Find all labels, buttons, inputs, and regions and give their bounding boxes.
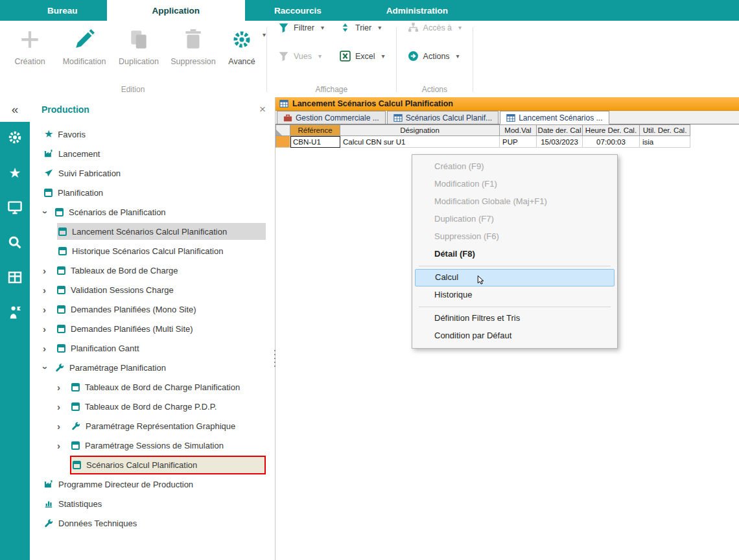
avance-button[interactable]: Avancé ▾ [220,22,263,66]
sidebar-item-demandes-planifiees-multi-site[interactable]: › Demandes Planifiées (Multi Site) [30,319,275,338]
sidebar-item-parametrage-planification[interactable]: › Paramétrage Planification [30,358,275,377]
select-all-corner[interactable] [276,124,290,136]
menu-tab-application[interactable]: Application [107,0,246,21]
sidebar-item-validation-sessions-charge[interactable]: › Validation Sessions Charge [30,280,275,299]
suppression-button: Suppression [166,22,220,66]
menu-item-detail[interactable]: Détail (F8) [415,246,615,263]
sidebar-item-planification[interactable]: Planification [30,183,275,202]
calendar-check-icon [71,402,80,411]
sidebar-item-lancement-scenarios-calcul-planification[interactable]: Lancement Scénarios Calcul Planification [30,222,275,241]
sidebar-item-parametrage-sessions-de-simulation[interactable]: › Paramétrage Sessions de Simulation [30,436,275,455]
table-row[interactable]: CBN-U1 Calcul CBN sur U1 PUP 15/03/2023 … [276,136,739,148]
column-header-reference[interactable]: Référence [290,124,340,136]
menu-tab-raccourcis[interactable]: Raccourcis [245,0,351,21]
corner-triangle-icon [276,130,282,135]
top-menubar: Bureau Application Raccourcis Administra… [0,0,739,21]
chevron-down-icon: ▾ [378,24,381,31]
duplication-button: Duplication [111,22,166,66]
cell-util[interactable]: isia [640,136,690,148]
sidebar-item-tableaux-de-bord-de-charge[interactable]: › Tableaux de Bord de Charge [30,261,275,280]
chevron-right-icon[interactable]: › [43,343,56,354]
menu-item-definition-filtres-et-tris[interactable]: Définition Filtres et Tris [415,310,615,327]
tab-scenarios-calcul-planif[interactable]: Scénarios Calcul Planif... [387,111,499,124]
chevron-right-icon[interactable]: › [43,265,56,276]
chevron-right-icon[interactable]: › [57,382,70,393]
sidebar-item-scenarios-de-planification[interactable]: › Scénarios de Planification [30,202,275,222]
wrench-icon [55,363,64,372]
group-label-affichage: Affichage [270,85,393,97]
ribbon-separator [396,27,397,92]
tracking-icon [44,169,53,178]
sort-arrows-icon [340,22,351,33]
column-header-date[interactable]: Date der. Cal [537,124,583,136]
trash-icon [182,29,204,51]
desktop-rail-button[interactable] [7,200,23,215]
calendar-check-icon [44,189,53,197]
ribbon-group-affichage: Filtrer ▾ Trier ▾ Vues ▾ Excel ▾ Afficha… [270,22,393,97]
tab-gestion-commerciale[interactable]: Gestion Commerciale ... [277,111,386,124]
chevron-down-icon: ▾ [382,52,385,60]
cell-heure[interactable]: 07:00:03 [583,136,640,148]
sidebar-item-historique-scenarios-calcul-planification[interactable]: Historique Scénarios Calcul Planificatio… [30,241,275,261]
settings-rail-button[interactable] [7,130,23,145]
tab-lancement-scenarios[interactable]: Lancement Scénarios ... [500,111,609,124]
cell-reference[interactable]: CBN-U1 [290,136,340,148]
menu-item-modification: Modification (F1) [415,176,615,193]
trier-button[interactable]: Trier ▾ [332,22,393,33]
column-header-heure[interactable]: Heure Der. Cal. [583,124,640,136]
sidebar-item-lancement[interactable]: Lancement [30,144,275,163]
factory-icon [44,149,53,158]
chevron-right-icon[interactable]: › [57,401,70,412]
wrench-icon [44,519,53,528]
search-rail-button[interactable] [7,235,23,250]
sidebar-item-planification-gantt[interactable]: › Planification Gantt [30,338,275,358]
chevron-down-icon[interactable]: › [40,363,51,372]
row-selector[interactable] [276,136,290,148]
window-table-icon [279,99,288,108]
tables-rail-button[interactable] [7,270,23,285]
chevron-right-icon[interactable]: › [43,304,56,315]
sidebar-item-tableaux-de-bord-de-charge-pdp[interactable]: › Tableaux de Bord de Charge P.D.P. [30,397,275,416]
sidebar-item-suivi-fabrication[interactable]: Suivi Fabrication [30,163,275,183]
sidebar-item-parametrage-representation-graphique[interactable]: › Paramétrage Représentation Graphique [30,416,275,436]
menu-tab-bureau[interactable]: Bureau [18,0,107,21]
sidebar-item-statistiques[interactable]: Statistiques [30,494,275,513]
menu-item-condition-par-defaut[interactable]: Condition par Défaut [415,327,615,345]
actions-button[interactable]: Actions ▾ [400,51,470,62]
calendar-icon [58,247,67,255]
menu-separator [419,266,611,266]
monitor-icon [7,200,23,215]
chevron-right-icon[interactable]: › [57,421,70,432]
modification-button[interactable]: Modification [57,22,111,66]
cell-designation[interactable]: Calcul CBN sur U1 [340,136,500,148]
sidebar-item-scenarios-calcul-planification[interactable]: Scénarios Calcul Planification [30,455,275,474]
sidebar-item-demandes-planifiees-mono-site[interactable]: › Demandes Planifiées (Mono Site) [30,299,275,319]
chevron-down-icon[interactable]: › [40,207,51,216]
collapse-sidebar-button[interactable]: « [0,97,30,122]
grid-header-row: Référence Désignation Mod.Val Date der. … [276,124,739,136]
sidebar-item-tableaux-de-bord-de-charge-planification[interactable]: › Tableaux de Bord de Charge Planificati… [30,377,275,397]
filtrer-button[interactable]: Filtrer ▾ [270,22,332,33]
sidebar-item-programme-directeur-de-production[interactable]: Programme Directeur de Production [30,474,275,494]
column-header-modval[interactable]: Mod.Val [500,124,537,136]
sidebar-item-favoris[interactable]: ★Favoris [30,124,275,144]
sidebar-header: Production × [30,97,275,122]
excel-button[interactable]: Excel ▾ [332,51,393,62]
calendar-icon [71,441,80,450]
favorites-rail-button[interactable]: ★ [7,165,23,180]
chevron-right-icon[interactable]: › [43,285,56,296]
column-header-util[interactable]: Util. Der. Cal. [640,124,690,136]
chevron-right-icon[interactable]: › [43,323,56,334]
menu-tab-administration[interactable]: Administration [351,0,484,21]
chevron-right-icon[interactable]: › [57,440,70,451]
menu-item-calcul[interactable]: Calcul [415,269,615,286]
workflow-rail-button[interactable] [7,305,23,320]
wrench-icon [71,421,80,430]
menu-item-historique[interactable]: Historique [415,286,615,304]
navigation-tree: ★Favoris Lancement Suivi Fabrication Pla… [30,122,275,533]
cell-date[interactable]: 15/03/2023 [537,136,583,148]
column-header-designation[interactable]: Désignation [340,124,500,136]
sidebar-item-donnees-techniques[interactable]: Données Techniques [30,513,275,533]
cell-modval[interactable]: PUP [500,136,537,148]
close-icon[interactable]: × [259,103,266,116]
